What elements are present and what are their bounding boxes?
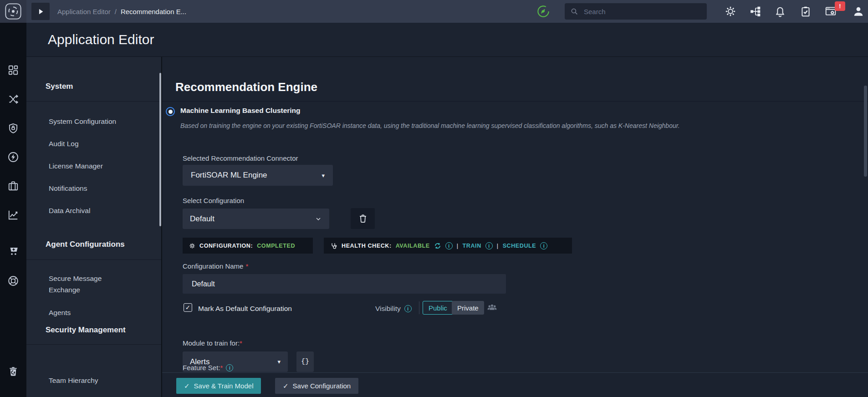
- breadcrumb-parent[interactable]: Application Editor: [57, 8, 111, 15]
- nav-section-system: System: [46, 82, 73, 91]
- health-check-status-box: HEALTH CHECK: AVAILABLE i | TRAIN i | SC…: [324, 238, 572, 254]
- configuration-select[interactable]: Default: [183, 209, 329, 229]
- select-configuration-label: Select Configuration: [183, 197, 244, 204]
- nav-item-data-archival[interactable]: Data Archival: [49, 205, 90, 216]
- configuration-select-value: Default: [190, 214, 214, 224]
- breadcrumb: Application Editor / Recommendation E...: [57, 0, 186, 23]
- visibility-info-icon[interactable]: i: [404, 305, 412, 312]
- nav-section-agent-configurations: Agent Configurations: [46, 240, 125, 249]
- train-info-icon[interactable]: i: [485, 242, 493, 249]
- refresh-icon[interactable]: [434, 242, 441, 249]
- visibility-label-group: Visibility i: [375, 305, 412, 313]
- nav-item-license-manager[interactable]: License Manager: [49, 160, 103, 172]
- separator: |: [497, 243, 499, 249]
- reports-chart-icon[interactable]: [7, 209, 19, 221]
- required-asterisk: *: [220, 364, 223, 372]
- search-input[interactable]: [583, 7, 689, 16]
- configuration-name-label-text: Configuration Name: [183, 262, 243, 270]
- caret-down-icon: ▾: [322, 172, 325, 179]
- save-train-label: Save & Train Model: [194, 382, 254, 390]
- configuration-name-input[interactable]: [183, 274, 506, 294]
- train-link[interactable]: TRAIN: [463, 243, 481, 249]
- content-hub-cart-icon[interactable]: [7, 244, 19, 256]
- dashboard-icon[interactable]: [7, 64, 19, 76]
- nav-divider: [26, 101, 161, 102]
- module-label-text: Module to train for:: [183, 339, 240, 347]
- required-asterisk: *: [240, 339, 242, 347]
- schedule-link[interactable]: SCHEDULE: [503, 243, 536, 249]
- top-navbar: Application Editor / Recommendation E...: [0, 0, 868, 23]
- save-and-train-button[interactable]: ✓ Save & Train Model: [176, 378, 261, 394]
- recycle-bin-icon[interactable]: [7, 365, 19, 377]
- shuffle-routing-icon[interactable]: [7, 93, 19, 105]
- briefcase-icon[interactable]: [7, 180, 19, 192]
- connector-dropdown-value: FortiSOAR ML Engine: [191, 171, 267, 180]
- nav-item-agents[interactable]: Agents: [49, 307, 71, 318]
- hierarchy-sitemap-icon[interactable]: [750, 5, 761, 17]
- user-profile-icon[interactable]: [853, 5, 864, 17]
- mark-default-label: Mark As Default Configuration: [198, 305, 292, 313]
- expand-menu-button[interactable]: [31, 3, 50, 20]
- mark-default-checkbox[interactable]: ✓: [184, 303, 192, 312]
- feature-set-text: Feature Set:: [183, 364, 220, 372]
- shield-security-icon[interactable]: [7, 122, 19, 134]
- connector-health-status-icon[interactable]: [537, 5, 550, 18]
- support-lifering-icon[interactable]: [7, 275, 19, 287]
- app-window: Application Editor / Recommendation E...: [0, 0, 868, 397]
- content-scrollbar-thumb[interactable]: [864, 86, 867, 177]
- health-check-label: HEALTH CHECK:: [342, 243, 392, 249]
- check-icon: ✓: [184, 382, 190, 390]
- connector-dropdown[interactable]: FortiSOAR ML Engine ▾: [183, 165, 333, 186]
- radio-selected-dot: [168, 110, 173, 114]
- visibility-private-button[interactable]: Private: [452, 301, 484, 315]
- nav-item-team-hierarchy[interactable]: Team Hierarchy: [49, 375, 98, 386]
- page-title: Application Editor: [48, 23, 154, 56]
- footer-action-bar: [162, 372, 868, 397]
- nav-item-audit-log[interactable]: Audit Log: [49, 138, 79, 149]
- separator: |: [457, 243, 459, 249]
- nav-item-notifications[interactable]: Notifications: [49, 183, 87, 194]
- configuration-status-box: CONFIGURATION: COMPLETED: [183, 238, 313, 254]
- search-icon: [570, 7, 578, 15]
- ml-clustering-label: Machine Learning Based Clustering: [180, 107, 301, 115]
- visibility-divider: [419, 301, 419, 314]
- nav-item-system-configuration[interactable]: System Configuration: [49, 116, 116, 127]
- app-logo[interactable]: [0, 0, 26, 23]
- feature-set-label: Feature Set:* i: [183, 364, 233, 372]
- json-editor-button[interactable]: {}: [296, 351, 314, 372]
- gear-mini-icon: [189, 243, 195, 249]
- search-bar[interactable]: [565, 3, 707, 20]
- breadcrumb-separator: /: [115, 8, 117, 15]
- save-configuration-label: Save Configuration: [293, 382, 351, 390]
- configuration-status-value: COMPLETED: [257, 243, 295, 249]
- visibility-label: Visibility: [375, 305, 401, 313]
- checkmark-icon: ✓: [185, 304, 190, 311]
- settings-gear-icon[interactable]: [725, 5, 736, 17]
- nav-item-secure-message-exchange[interactable]: Secure Message Exchange: [49, 273, 124, 295]
- automation-lightning-icon[interactable]: [7, 151, 19, 163]
- connector-label: Selected Recommendation Connector: [183, 154, 298, 162]
- icon-rail-sidebar: @: [0, 23, 26, 397]
- check-icon: ✓: [283, 382, 289, 390]
- ml-clustering-radio[interactable]: [166, 107, 175, 116]
- health-info-icon[interactable]: i: [445, 242, 453, 249]
- required-asterisk: *: [245, 262, 248, 270]
- alert-count-badge: !: [835, 1, 845, 11]
- visibility-public-button[interactable]: Public: [423, 301, 453, 315]
- nav-divider: [26, 260, 161, 260]
- trash-icon: [358, 214, 368, 224]
- schedule-info-icon[interactable]: i: [540, 242, 547, 249]
- content-title: Recommendation Engine: [175, 73, 317, 101]
- settings-nav-panel: [26, 57, 161, 397]
- save-configuration-button[interactable]: ✓ Save Configuration: [275, 378, 358, 394]
- chevron-down-icon: [315, 215, 322, 223]
- module-label: Module to train for:*: [183, 339, 242, 347]
- breadcrumb-current[interactable]: Recommendation E...: [121, 8, 186, 15]
- tasks-clipboard-icon[interactable]: [800, 5, 812, 17]
- notifications-bell-icon[interactable]: [774, 5, 786, 17]
- health-check-value: AVAILABLE: [396, 243, 430, 249]
- feature-set-info-icon[interactable]: i: [226, 364, 233, 372]
- team-people-icon[interactable]: [486, 302, 498, 313]
- delete-configuration-button[interactable]: [351, 208, 375, 229]
- configuration-status-label: CONFIGURATION:: [199, 243, 253, 249]
